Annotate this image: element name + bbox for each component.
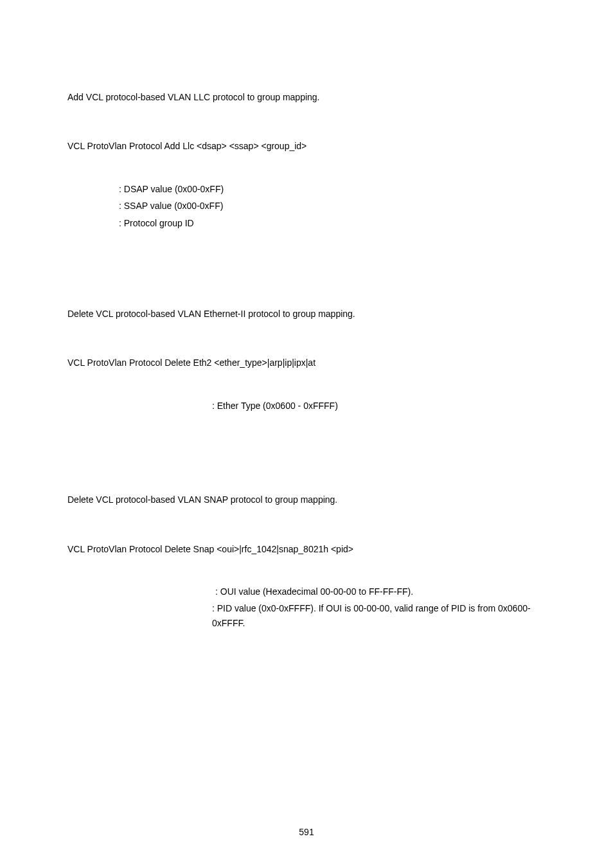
param-ether-type: : Ether Type (0x0600 - 0xFFFF) xyxy=(67,399,546,413)
section-add-llc: Add VCL protocol-based VLAN LLC protocol… xyxy=(67,90,546,230)
syntax-text: VCL ProtoVlan Protocol Delete Snap <oui>… xyxy=(67,542,546,556)
page-number: 591 xyxy=(0,825,613,839)
page-content: Add VCL protocol-based VLAN LLC protocol… xyxy=(0,0,613,630)
param-ssap: : SSAP value (0x00-0xFF) xyxy=(67,199,546,213)
section-delete-snap: Delete VCL protocol-based VLAN SNAP prot… xyxy=(67,493,546,630)
syntax-text: VCL ProtoVlan Protocol Delete Eth2 <ethe… xyxy=(67,356,546,370)
param-group-id: : Protocol group ID xyxy=(67,216,546,230)
param-pid: : PID value (0x0-0xFFFF). If OUI is 00-0… xyxy=(67,601,546,630)
description-text: Delete VCL protocol-based VLAN Ethernet-… xyxy=(67,307,546,321)
description-text: Add VCL protocol-based VLAN LLC protocol… xyxy=(67,90,546,104)
param-dsap: : DSAP value (0x00-0xFF) xyxy=(67,182,546,196)
syntax-text: VCL ProtoVlan Protocol Add Llc <dsap> <s… xyxy=(67,139,546,153)
section-delete-eth2: Delete VCL protocol-based VLAN Ethernet-… xyxy=(67,307,546,413)
description-text: Delete VCL protocol-based VLAN SNAP prot… xyxy=(67,493,546,507)
param-oui: : OUI value (Hexadecimal 00-00-00 to FF-… xyxy=(67,584,546,599)
